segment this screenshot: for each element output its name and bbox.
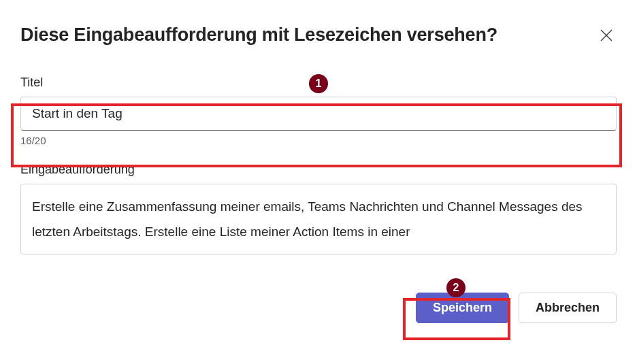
prompt-textarea[interactable] — [20, 184, 617, 254]
cancel-button[interactable]: Abbrechen — [519, 293, 617, 323]
dialog-button-row: Speichern Abbrechen — [20, 293, 617, 323]
close-button[interactable] — [596, 25, 617, 46]
title-field-group: Titel 16/20 — [20, 76, 617, 146]
close-icon — [600, 29, 612, 42]
prompt-field-group: Eingabeaufforderung — [20, 163, 617, 257]
save-button[interactable]: Speichern — [416, 293, 509, 323]
title-input[interactable] — [20, 97, 617, 131]
title-char-counter: 16/20 — [20, 135, 617, 146]
prompt-label: Eingabeaufforderung — [20, 163, 617, 177]
title-label: Titel — [20, 76, 617, 90]
dialog-title: Diese Eingabeaufforderung mit Lesezeiche… — [20, 24, 497, 46]
dialog-header: Diese Eingabeaufforderung mit Lesezeiche… — [20, 24, 617, 46]
